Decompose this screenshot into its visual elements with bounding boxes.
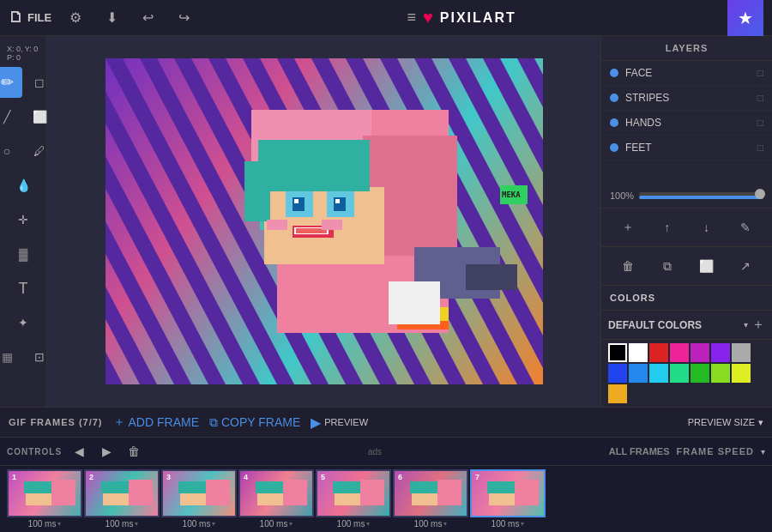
star-button[interactable]: ★	[727, 0, 763, 36]
pattern-tool[interactable]: ▦	[0, 342, 22, 372]
rename-layer-button[interactable]: ✎	[733, 215, 757, 239]
color-swatch[interactable]	[649, 343, 668, 362]
color-swatch[interactable]	[608, 343, 627, 362]
frame-number: 6	[398, 473, 402, 481]
frame-speed-dropdown-icon[interactable]: ▾	[57, 520, 61, 528]
color-swatch[interactable]	[670, 343, 689, 362]
wand-tool[interactable]: ✦	[8, 307, 39, 338]
dither-tool[interactable]: ▓	[8, 239, 39, 269]
export-layer-button[interactable]: ↗	[733, 254, 757, 278]
file-doc-icon: 🗋	[9, 9, 24, 27]
opacity-label: 100%	[610, 190, 634, 201]
color-picker-tool[interactable]: 💧	[8, 170, 39, 201]
gif-bar: GIF FRAMES (7/7) ＋ ADD FRAME ⧉ COPY FRAM…	[0, 407, 772, 438]
copy-icon: ⧉	[209, 415, 218, 430]
frames-list: 1100 ms▾2100 ms▾3100 ms▾4100 ms▾5100 ms▾…	[0, 466, 772, 532]
hamburger-icon[interactable]: ≡	[407, 9, 416, 27]
frame-speed-dropdown-icon[interactable]: ▾	[135, 520, 138, 528]
frames-controls: CONTROLS ◀ ▶ 🗑 ads ALL FRAMES FRAME SPEE…	[0, 438, 772, 466]
prev-frame-button[interactable]: ◀	[69, 441, 89, 462]
next-frame-button[interactable]: ▶	[96, 441, 117, 462]
copy-layer-button[interactable]: ⧉	[655, 254, 679, 278]
circle-tool[interactable]: ○	[0, 136, 22, 166]
preview-button[interactable]: ▶ PREVIEW	[311, 414, 368, 431]
move-layer-down-button[interactable]: ↓	[694, 215, 718, 239]
frame-item[interactable]: 2100 ms▾	[84, 469, 160, 529]
color-swatch[interactable]	[629, 343, 648, 362]
layer-vis-icon[interactable]: □	[757, 117, 763, 129]
frame-speed-dropdown-icon[interactable]: ▾	[443, 520, 447, 528]
download-icon[interactable]: ⬇	[100, 6, 124, 30]
layer-vis-icon[interactable]: □	[757, 92, 763, 104]
frame-speed-row: 100 ms▾	[337, 519, 371, 529]
add-layer-button[interactable]: ＋	[616, 215, 640, 239]
frame-thumbnail: 5	[316, 469, 391, 517]
play-icon: ▶	[311, 414, 321, 431]
default-colors-dropdown-icon[interactable]: ▾	[744, 320, 748, 329]
pencil-tool[interactable]: ✏	[0, 67, 22, 98]
frame-item[interactable]: 4100 ms▾	[238, 469, 314, 529]
color-swatch[interactable]	[691, 364, 709, 383]
layer-dot	[610, 94, 618, 102]
pixel-canvas[interactable]	[106, 58, 543, 384]
color-swatch[interactable]	[629, 364, 648, 383]
color-swatch[interactable]	[691, 343, 709, 362]
color-swatch[interactable]	[649, 364, 668, 383]
text-tool[interactable]: T	[8, 273, 39, 304]
controls-label: CONTROLS	[7, 447, 62, 456]
canvas-container[interactable]	[47, 36, 600, 407]
layer-hands[interactable]: HANDS □	[601, 111, 772, 136]
delete-layer-button[interactable]: 🗑	[616, 254, 640, 278]
layer-face[interactable]: FACE □	[601, 61, 772, 86]
move-tool[interactable]: ✛	[8, 204, 39, 235]
right-panel: LAYERS FACE □ STRIPES □ HANDS □ FEET □	[600, 36, 772, 407]
frame-speed-dropdown-icon[interactable]: ▾	[212, 520, 215, 528]
add-frame-button[interactable]: ＋ ADD FRAME	[113, 414, 199, 430]
frame-number: 1	[12, 473, 16, 481]
frame-item[interactable]: 7100 ms▾	[470, 469, 546, 529]
undo-icon[interactable]: ↩	[136, 6, 160, 30]
color-swatch[interactable]	[608, 384, 627, 403]
layer-stripes[interactable]: STRIPES □	[601, 86, 772, 111]
delete-frame-button[interactable]: 🗑	[124, 441, 144, 462]
frame-thumbnail: 6	[393, 469, 468, 517]
add-frame-label: ADD FRAME	[129, 415, 199, 429]
default-colors-row: DEFAULT COLORS ▾ ＋	[601, 311, 772, 340]
copy-frame-button[interactable]: ⧉ COPY FRAME	[209, 415, 300, 430]
frame-item[interactable]: 1100 ms▾	[7, 469, 82, 529]
color-swatch[interactable]	[732, 364, 751, 383]
frame-thumbnail: 4	[238, 469, 314, 517]
plus-icon: ＋	[113, 414, 125, 430]
frame-item[interactable]: 5100 ms▾	[316, 469, 391, 529]
layer-vis-icon[interactable]: □	[757, 67, 763, 79]
move-layer-up-button[interactable]: ↑	[655, 215, 679, 239]
frame-speed-dropdown-icon[interactable]: ▾	[366, 520, 370, 528]
main-area: X: 0, Y: 0 P: 0 ✏ ◻ ╱ ⬜ ○ 🖊 💧 ✛ ▓ T ✦	[0, 36, 772, 407]
frame-speed-value: 100 ms	[414, 519, 443, 529]
layer-vis-icon[interactable]: □	[757, 142, 763, 154]
default-colors-label: DEFAULT COLORS	[608, 319, 740, 331]
merge-layer-button[interactable]: ⬜	[694, 254, 718, 278]
frame-speed-dropdown-icon[interactable]: ▾	[761, 447, 765, 456]
frame-item[interactable]: 3100 ms▾	[161, 469, 237, 529]
color-swatch[interactable]	[711, 343, 730, 362]
color-swatch[interactable]	[711, 364, 730, 383]
color-swatch[interactable]	[670, 364, 689, 383]
line-tool[interactable]: ╱	[0, 101, 22, 132]
add-color-button[interactable]: ＋	[751, 316, 765, 334]
layer-feet[interactable]: FEET □	[601, 136, 772, 160]
preview-size-button[interactable]: PREVIEW SIZE ▾	[688, 417, 763, 428]
opacity-handle[interactable]	[755, 189, 765, 199]
frame-speed-dropdown-icon[interactable]: ▾	[521, 520, 524, 528]
redo-icon[interactable]: ↪	[172, 6, 196, 30]
layer-hands-label: HANDS	[625, 117, 751, 129]
colors-header: COLORS	[601, 286, 772, 311]
file-menu[interactable]: 🗋 FILE	[9, 9, 51, 27]
color-swatch[interactable]	[608, 364, 627, 383]
frame-item[interactable]: 6100 ms▾	[393, 469, 468, 529]
color-swatch[interactable]	[732, 343, 751, 362]
settings-icon[interactable]: ⚙	[63, 6, 87, 30]
frame-thumbnail: 3	[161, 469, 237, 517]
layer-actions-2: 🗑 ⧉ ⬜ ↗	[601, 247, 772, 286]
frame-speed-dropdown-icon[interactable]: ▾	[289, 520, 293, 528]
